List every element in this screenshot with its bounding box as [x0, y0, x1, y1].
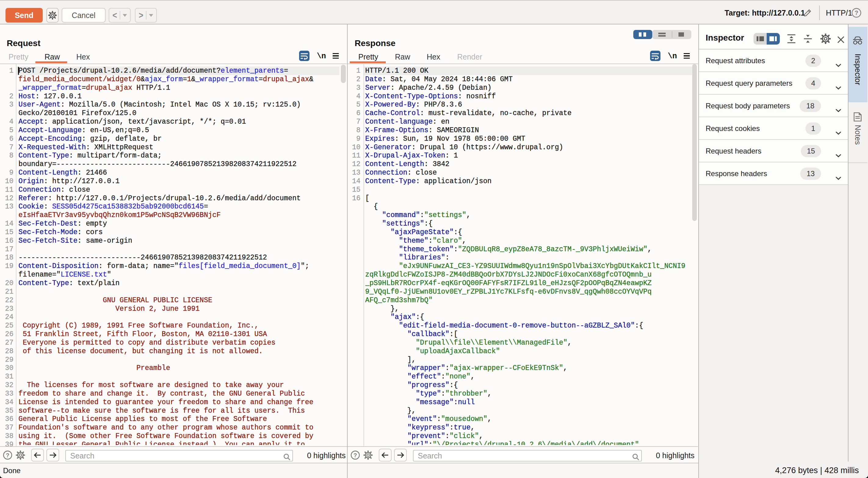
svg-text:?: ?	[353, 452, 357, 458]
svg-text:?: ?	[855, 9, 858, 16]
svg-text:?: ?	[6, 452, 9, 458]
